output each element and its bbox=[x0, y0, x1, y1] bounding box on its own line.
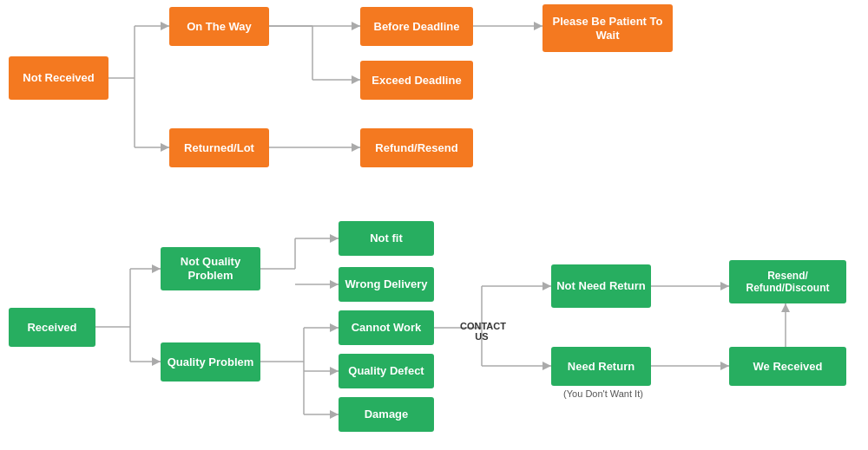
cannot-work-node: Cannot Work bbox=[339, 310, 434, 345]
svg-marker-33 bbox=[330, 323, 339, 332]
svg-marker-16 bbox=[352, 143, 360, 152]
svg-marker-46 bbox=[542, 362, 551, 370]
exceed-deadline-node: Exceed Deadline bbox=[360, 61, 473, 100]
svg-marker-27 bbox=[330, 234, 339, 243]
svg-marker-3 bbox=[161, 22, 169, 30]
on-the-way-node: On The Way bbox=[169, 7, 269, 46]
need-return-node: Need Return bbox=[551, 347, 651, 386]
quality-defect-node: Quality Defect bbox=[339, 354, 434, 388]
svg-marker-39 bbox=[330, 410, 339, 419]
returned-lot-node: Returned/Lot bbox=[169, 128, 269, 167]
svg-marker-43 bbox=[542, 282, 551, 290]
wrong-delivery-node: Wrong Delivery bbox=[339, 267, 434, 302]
please-be-patient-node: Please Be Patient To Wait bbox=[542, 4, 673, 52]
contact-us-label: CONTACT US bbox=[460, 321, 503, 342]
svg-marker-12 bbox=[352, 75, 360, 84]
svg-marker-8 bbox=[352, 22, 360, 30]
not-received-node: Not Received bbox=[9, 56, 108, 100]
not-quality-problem-node: Not Quality Problem bbox=[161, 247, 260, 290]
svg-marker-48 bbox=[720, 282, 729, 290]
svg-marker-23 bbox=[152, 357, 161, 366]
not-need-return-node: Not Need Return bbox=[551, 264, 651, 308]
svg-marker-52 bbox=[781, 303, 790, 312]
svg-marker-29 bbox=[330, 280, 339, 289]
before-deadline-node: Before Deadline bbox=[360, 7, 473, 46]
svg-marker-6 bbox=[161, 143, 169, 152]
flowchart-diagram: Not Received On The Way Returned/Lot Bef… bbox=[0, 0, 868, 450]
svg-marker-20 bbox=[152, 264, 161, 273]
resend-refund-node: Resend/ Refund/Discount bbox=[729, 260, 846, 303]
damage-node: Damage bbox=[339, 397, 434, 432]
refund-resend-node: Refund/Resend bbox=[360, 128, 473, 167]
received-node: Received bbox=[9, 308, 95, 347]
not-fit-node: Not fit bbox=[339, 221, 434, 256]
we-received-node: We Received bbox=[729, 347, 846, 386]
you-dont-want-label: (You Don't Want It) bbox=[538, 388, 668, 399]
svg-marker-50 bbox=[720, 362, 729, 370]
svg-marker-36 bbox=[330, 367, 339, 375]
quality-problem-node: Quality Problem bbox=[161, 342, 260, 382]
svg-marker-14 bbox=[534, 22, 542, 30]
